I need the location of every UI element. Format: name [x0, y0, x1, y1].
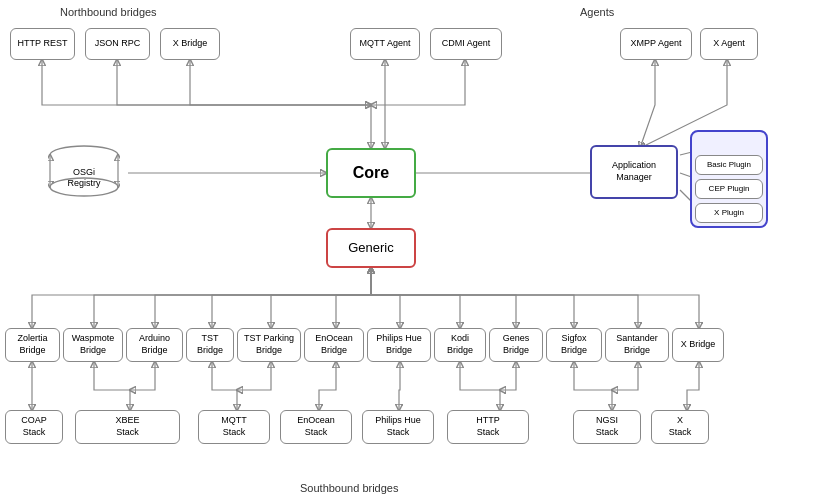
core-box: Core	[326, 148, 416, 198]
sigfox-bridge-box: SigfoxBridge	[546, 328, 602, 362]
x-agent-box: X Agent	[700, 28, 758, 60]
coap-stack-box: COAPStack	[5, 410, 63, 444]
cdmi-agent-box: CDMI Agent	[430, 28, 502, 60]
mqtt-stack-box: MQTTStack	[198, 410, 270, 444]
northbound-label: Northbound bridges	[60, 6, 157, 18]
philips-hue-stack-box: Philips HueStack	[362, 410, 434, 444]
generic-box: Generic	[326, 228, 416, 268]
x-bridge-south-box: X Bridge	[672, 328, 724, 362]
agents-label: Agents	[580, 6, 614, 18]
http-stack-box: HTTPStack	[447, 410, 529, 444]
xmpp-agent-box: XMPP Agent	[620, 28, 692, 60]
basic-plugin-box: Basic Plugin	[695, 155, 763, 175]
xbee-stack-box: XBEEStack	[75, 410, 180, 444]
svg-text:OSGi: OSGi	[73, 167, 95, 177]
enocean-stack-box: EnOceanStack	[280, 410, 352, 444]
x-plugin-box: X Plugin	[695, 203, 763, 223]
philips-hue-bridge-box: Philips HueBridge	[367, 328, 431, 362]
kodi-bridge-box: KodiBridge	[434, 328, 486, 362]
tst-parking-bridge-box: TST ParkingBridge	[237, 328, 301, 362]
santander-bridge-box: SantanderBridge	[605, 328, 669, 362]
architecture-diagram: Northbound bridges Agents Southbound bri…	[0, 0, 840, 500]
json-rpc-box: JSON RPC	[85, 28, 150, 60]
arduino-bridge-box: ArduinoBridge	[126, 328, 183, 362]
svg-text:Registry: Registry	[67, 178, 101, 188]
southbound-label: Southbound bridges	[300, 482, 398, 494]
zolertia-bridge-box: ZolertiaBridge	[5, 328, 60, 362]
enocean-bridge-box: EnOceanBridge	[304, 328, 364, 362]
http-rest-box: HTTP REST	[10, 28, 75, 60]
ngsi-stack-box: NGSIStack	[573, 410, 641, 444]
osgi-registry: OSGi Registry	[48, 145, 120, 199]
cep-plugin-box: CEP Plugin	[695, 179, 763, 199]
genes-bridge-box: GenesBridge	[489, 328, 543, 362]
x-bridge-north-box: X Bridge	[160, 28, 220, 60]
plugin-container: Basic Plugin CEP Plugin X Plugin	[690, 130, 768, 228]
app-manager-box: ApplicationManager	[590, 145, 678, 199]
x-stack-box: XStack	[651, 410, 709, 444]
mqtt-agent-box: MQTT Agent	[350, 28, 420, 60]
tst-bridge-box: TSTBridge	[186, 328, 234, 362]
waspmote-bridge-box: WaspmoteBridge	[63, 328, 123, 362]
